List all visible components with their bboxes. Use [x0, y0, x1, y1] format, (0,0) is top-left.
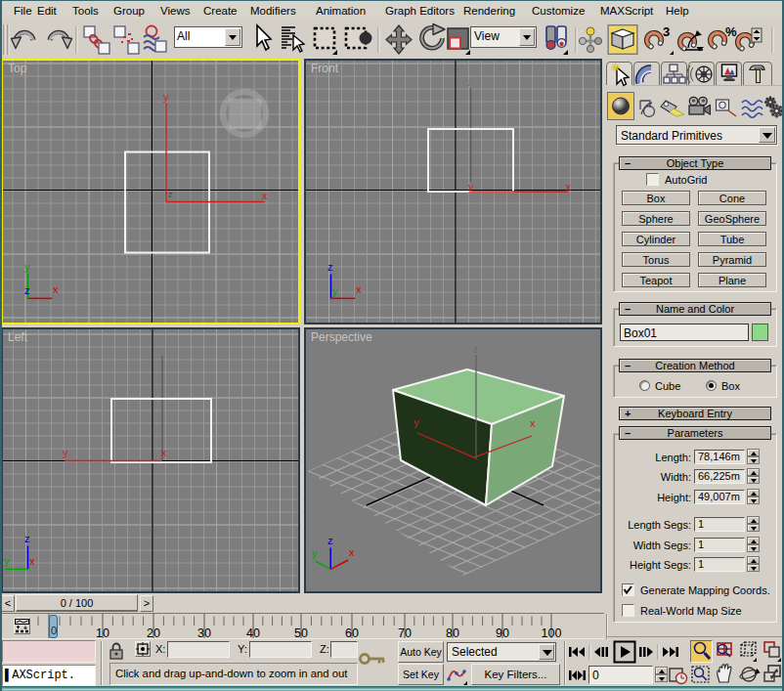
svg-text:y: y [312, 547, 318, 559]
svg-text:x: x [161, 447, 167, 458]
svg-text:y: y [468, 181, 474, 193]
svg-text:x: x [262, 190, 268, 201]
svg-text:x: x [29, 555, 35, 567]
svg-text:z: z [473, 343, 479, 355]
svg-text:50: 50 [294, 626, 308, 639]
svg-text:10: 10 [96, 626, 109, 639]
svg-text:x: x [566, 181, 572, 193]
svg-text:60: 60 [345, 626, 359, 639]
svg-text:z: z [24, 284, 30, 296]
svg-text:x: x [356, 283, 362, 295]
svg-text:x: x [53, 283, 59, 295]
svg-text:x: x [530, 417, 536, 429]
svg-text:y: y [163, 91, 169, 103]
svg-text:y: y [4, 555, 10, 567]
svg-text:y: y [63, 447, 68, 458]
svg-text:70: 70 [398, 626, 412, 639]
svg-text:90: 90 [496, 626, 509, 639]
svg-text:z: z [467, 76, 473, 88]
svg-text:40: 40 [246, 626, 260, 639]
svg-text:x: x [349, 546, 355, 558]
svg-text:z: z [24, 533, 30, 544]
svg-text:y: y [24, 261, 30, 273]
svg-text:3: 3 [663, 24, 670, 39]
svg-text:%: % [725, 24, 737, 39]
svg-text:z: z [168, 190, 173, 199]
svg-text:100: 100 [542, 626, 562, 639]
svg-text:y: y [332, 285, 338, 297]
svg-text:z: z [327, 261, 333, 273]
svg-text:30: 30 [197, 626, 211, 639]
svg-text:z: z [327, 535, 333, 546]
svg-text:80: 80 [446, 626, 459, 639]
svg-text:z: z [159, 345, 165, 357]
svg-text:20: 20 [147, 626, 160, 639]
svg-text:y: y [414, 416, 419, 428]
